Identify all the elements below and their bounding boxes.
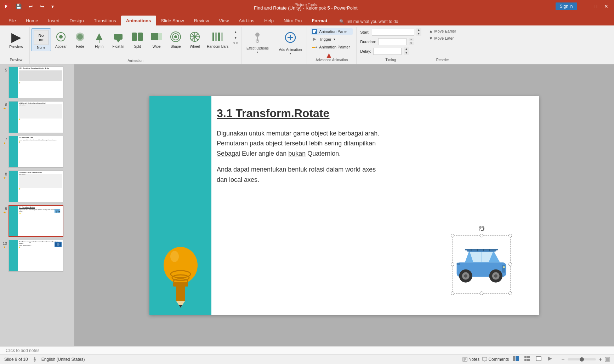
delay-down-arrow[interactable]: ▼ [404,51,409,55]
notes-area[interactable]: Click to add notes [0,346,614,354]
slide-thumb-6[interactable]: 6 ★ 1.2.2 Contoh Coding GameObjects.Find… [1,100,73,134]
svg-rect-12 [151,33,158,40]
tab-insert[interactable]: Insert [43,16,65,25]
anim-fade-button[interactable]: Fade [71,28,89,50]
start-up-arrow[interactable]: ▲ [416,28,421,32]
handle-bl[interactable] [451,291,454,295]
scroll-up-arrow[interactable]: ▲ [233,30,238,35]
slide-thumbnail-9: 3.1 Transform.Rotate Digunakan untuk mem… [8,205,63,237]
tab-transitions[interactable]: Transitions [89,16,121,25]
slide-thumb-10[interactable]: 10 ★ World atas menggambarkan rotasi Tra… [1,239,73,272]
tab-animations[interactable]: Animations [121,16,156,25]
rotate-handle[interactable] [479,226,484,231]
anim-wheel-button[interactable]: Wheel [186,28,204,50]
slide-thumb-7[interactable]: 7 ★ 2.1 Transform.Find Lorem ipsum dolor… [1,135,73,168]
tab-file[interactable]: File [4,16,21,25]
close-button[interactable]: ✕ [602,3,610,10]
add-animation-button[interactable]: Add Animation ▾ [277,28,304,57]
tab-home[interactable]: Home [21,16,43,25]
scroll-more-arrow[interactable]: ▼▼ [233,41,238,46]
normal-view-button[interactable] [512,356,520,363]
slide-thumb-5[interactable]: 5 1.2.2 Penulisan TransformSet dan Scale… [1,66,73,99]
slide-panel: 5 1.2.2 Penulisan TransformSet dan Scale… [0,64,74,346]
zoom-in-button[interactable]: + [597,356,603,363]
tab-addins[interactable]: Add-ins [234,16,259,25]
customize-button[interactable]: ▾ [49,3,56,10]
reading-view-button[interactable] [534,356,543,363]
reorder-down-button[interactable]: ▼Move Later [428,35,458,41]
handle-mr[interactable] [508,262,512,266]
accessibility-button[interactable] [32,357,37,362]
tab-review[interactable]: Review [189,16,214,25]
slide-sorter-button[interactable] [523,356,531,363]
zoom-fit-button[interactable] [605,357,610,362]
trigger-button[interactable]: Trigger ▾ [311,36,353,42]
handle-tm[interactable] [480,234,483,237]
comments-button[interactable]: Comments [482,357,509,362]
anim-randombars-button[interactable]: Random Bars [205,28,231,50]
svg-rect-83 [513,356,515,361]
tab-help[interactable]: Help [259,16,279,25]
handle-tr[interactable] [508,234,512,237]
redo-button[interactable]: ↪ [38,3,46,10]
zoom-thumb [580,357,584,362]
svg-rect-53 [176,287,185,301]
handle-ml[interactable] [451,262,454,266]
handle-tl[interactable] [451,234,454,237]
animation-painter-button[interactable]: Animation Painter [311,44,353,50]
duration-up-arrow[interactable]: ▲ [409,38,414,41]
tab-view[interactable]: View [214,16,234,25]
red-arrow-indicator: ▼ [325,51,333,60]
slide-thumb-8[interactable]: 8 ★ 2.2 Contoh Coding Transform.Find cod… [1,170,73,203]
tab-nitropro[interactable]: Nitro Pro [279,16,307,25]
anim-appear-button[interactable]: Appear [52,28,70,50]
anim-split-button[interactable]: Split [128,28,147,50]
car-container[interactable] [452,235,511,294]
zoom-slider[interactable] [568,358,596,360]
animation-pane-button[interactable]: Animation Pane [311,28,353,35]
svg-rect-37 [312,47,315,48]
preview-button[interactable]: ▶ Preview [6,28,26,50]
maximize-button[interactable]: □ [592,3,599,10]
handle-bm[interactable] [480,291,483,295]
tab-format[interactable]: Format [307,16,332,25]
anim-flyin-button[interactable]: Fly In [90,28,108,50]
minimize-button[interactable]: — [580,3,589,10]
duration-label: Duration: [360,40,376,44]
anim-wipe-button[interactable]: Wipe [147,28,166,50]
delay-input[interactable] [373,48,402,55]
anim-shape-button[interactable]: Shape [166,28,185,50]
duration-down-arrow[interactable]: ▼ [409,42,414,45]
start-down-arrow[interactable]: ▼ [416,32,421,36]
anim-none-button[interactable]: None None [31,28,51,51]
save-button[interactable]: 💾 [13,3,24,10]
tell-me-input[interactable]: 🔍 Tell me what you want to do [339,19,398,24]
slideshow-button[interactable] [546,356,554,363]
svg-point-74 [34,357,35,359]
notes-button[interactable]: Notes [462,357,479,362]
slide-thumbnail-7: 2.1 Transform.Find Lorem ipsum dolor sit… [8,136,63,168]
start-input[interactable] [372,29,414,36]
svg-rect-13 [158,33,162,40]
duration-input[interactable] [378,38,407,45]
start-row: Start: ▲ ▼ [360,28,421,36]
svg-point-3 [59,35,63,39]
signin-button[interactable]: Sign in [556,2,577,10]
anim-floatin-button[interactable]: Float In [109,28,127,50]
ribbon-tabs: File Home Insert Design Transitions Anim… [0,13,614,25]
slide-thumbnail-10: World atas menggambarkan rotasi Transfor… [8,240,63,272]
handle-br[interactable] [508,291,512,295]
svg-rect-85 [524,356,527,358]
delay-label: Delay: [360,49,371,53]
slide-thumb-9[interactable]: 9 ★ 3.1 Transform.Rotate Digunakan untuk… [1,204,73,238]
reorder-up-button[interactable]: ▲Move Earlier [428,28,458,34]
effect-options-button[interactable]: Effect Options ▾ [244,28,271,56]
delay-up-arrow[interactable]: ▲ [404,47,409,51]
scroll-down-arrow[interactable]: ▼ [233,35,238,40]
svg-rect-11 [138,33,143,41]
svg-rect-93 [606,358,609,361]
undo-button[interactable]: ↩ [27,3,35,10]
zoom-out-button[interactable]: − [560,356,566,363]
tab-slideshow[interactable]: Slide Show [156,16,189,25]
tab-design[interactable]: Design [64,16,89,25]
